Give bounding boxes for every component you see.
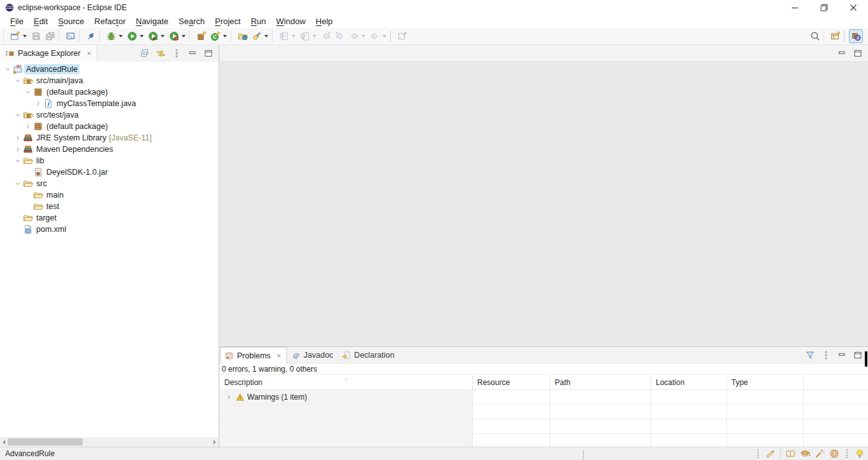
tree-item-test[interactable]: test — [0, 201, 219, 212]
close-icon[interactable] — [276, 353, 282, 359]
menu-window[interactable]: Window — [271, 15, 311, 27]
warnings-group-cell[interactable]: Warnings (1 item) — [220, 390, 473, 404]
user-guide-book-icon[interactable] — [785, 449, 796, 459]
open-perspective-button[interactable] — [829, 29, 843, 43]
web-globe-icon[interactable] — [829, 449, 839, 459]
chevron-down-icon[interactable] — [13, 76, 23, 86]
dropdown-arrow[interactable] — [313, 35, 316, 37]
scrollbar-thumb[interactable] — [8, 438, 83, 445]
tree-item-default-package-main[interactable]: (default package) — [0, 86, 219, 98]
tree-item-target[interactable]: target — [0, 212, 219, 224]
view-menu-icon[interactable] — [170, 47, 183, 60]
dropdown-arrow[interactable] — [292, 35, 295, 37]
tab-declaration[interactable]: Declaration — [337, 347, 398, 363]
scroll-right-icon[interactable] — [210, 437, 219, 447]
tab-package-explorer[interactable]: Package Explorer — [0, 45, 97, 62]
debug-button[interactable] — [104, 29, 118, 43]
horizontal-scrollbar[interactable] — [0, 437, 219, 447]
maximize-view-button[interactable] — [202, 47, 215, 60]
empty-editor-canvas[interactable] — [220, 62, 868, 346]
menu-run[interactable]: Run — [246, 15, 271, 27]
chevron-down-icon[interactable] — [13, 179, 23, 189]
training-cap-icon[interactable] — [800, 449, 810, 459]
close-icon[interactable] — [86, 50, 92, 57]
previous-annotation-button[interactable] — [298, 29, 312, 43]
chevron-right-icon[interactable] — [33, 98, 43, 109]
dropdown-arrow[interactable] — [182, 35, 186, 37]
dropdown-arrow[interactable] — [119, 35, 123, 37]
table-row-warnings-group[interactable]: Warnings (1 item) — [220, 390, 868, 405]
chevron-right-icon[interactable] — [13, 144, 23, 154]
column-header-resource[interactable]: Resource — [473, 375, 550, 389]
dropdown-arrow[interactable] — [362, 35, 365, 37]
new-java-package-button[interactable] — [194, 29, 208, 43]
tab-problems[interactable]: Problems — [220, 347, 287, 363]
dropdown-arrow[interactable] — [264, 35, 268, 37]
view-menu-icon[interactable] — [820, 349, 832, 362]
back-button[interactable] — [347, 29, 361, 43]
menu-search[interactable]: Search — [173, 15, 210, 27]
chevron-down-icon[interactable] — [13, 156, 23, 166]
column-header-path[interactable]: Path — [550, 375, 651, 389]
minimize-view-button[interactable] — [186, 47, 199, 60]
tip-lightbulb-icon[interactable] — [855, 449, 865, 459]
search-icon[interactable] — [808, 29, 822, 43]
chevron-down-icon[interactable] — [23, 87, 33, 97]
minimize-view-button[interactable] — [836, 349, 848, 362]
new-wizard-button[interactable] — [8, 29, 22, 43]
signature-icon[interactable] — [766, 449, 776, 459]
pin-toggle-button[interactable] — [84, 29, 98, 43]
maximize-view-button[interactable] — [851, 47, 864, 60]
column-header-type[interactable]: Type — [727, 375, 804, 389]
menu-navigate[interactable]: Navigate — [131, 15, 173, 27]
tree-item-lib[interactable]: lib — [0, 155, 219, 166]
coverage-button[interactable] — [146, 29, 160, 43]
forward-button[interactable] — [368, 29, 382, 43]
statusbar-grip[interactable] — [583, 450, 584, 459]
open-console-button[interactable] — [64, 29, 78, 43]
menu-file[interactable]: File — [5, 15, 29, 27]
chevron-down-icon[interactable] — [3, 64, 13, 74]
tree-item-maven-dependencies[interactable]: Maven Dependencies — [0, 144, 219, 155]
dropdown-arrow[interactable] — [23, 35, 27, 37]
next-annotation-button[interactable] — [277, 29, 291, 43]
dropdown-arrow[interactable] — [383, 35, 386, 37]
open-type-button[interactable] — [236, 29, 250, 43]
menu-source[interactable]: Source — [53, 15, 89, 27]
tree-item-src-test-java[interactable]: src/test/java — [0, 109, 219, 121]
dropdown-arrow[interactable] — [140, 35, 144, 37]
dropdown-arrow[interactable] — [161, 35, 165, 37]
magic-wand-icon[interactable] — [815, 449, 825, 459]
maximize-view-button[interactable] — [851, 349, 864, 362]
menu-edit[interactable]: Edit — [29, 15, 53, 27]
statusbar-grip[interactable] — [757, 449, 759, 458]
tab-javadoc[interactable]: Javadoc — [287, 347, 338, 363]
menu-help[interactable]: Help — [311, 15, 338, 27]
chevron-right-icon[interactable] — [23, 121, 33, 132]
tree-item-pom-xml[interactable]: pom.xml — [0, 224, 219, 235]
tree-item-src[interactable]: src — [0, 178, 219, 189]
tree-item-default-package-test[interactable]: (default package) — [0, 121, 219, 132]
tree-item-main[interactable]: main — [0, 189, 219, 201]
window-restore-button[interactable] — [810, 0, 839, 15]
last-edit-location-button[interactable] — [319, 29, 333, 43]
save-all-button[interactable] — [43, 29, 57, 43]
tree-item-deyelsdk-jar[interactable]: DeyelSDK-1.0.jar — [0, 166, 219, 178]
chevron-right-icon[interactable] — [13, 133, 23, 143]
collapse-all-button[interactable] — [139, 47, 151, 60]
chevron-down-icon[interactable] — [13, 110, 23, 120]
menu-refactor[interactable]: Refactor — [90, 15, 131, 27]
pin-editor-button[interactable] — [395, 29, 409, 43]
tree-item-advancedrule[interactable]: AdvancedRule — [0, 64, 219, 75]
new-java-class-button[interactable] — [208, 29, 222, 43]
tree-item-src-main-java[interactable]: src/main/java — [0, 75, 219, 86]
chevron-right-icon[interactable] — [224, 393, 233, 401]
search-dialog-button[interactable] — [250, 29, 264, 43]
link-with-editor-button[interactable] — [154, 47, 167, 60]
statusbar-grip[interactable] — [846, 449, 848, 458]
window-minimize-button[interactable] — [780, 0, 810, 15]
profile-button[interactable] — [167, 29, 181, 43]
window-close-button[interactable] — [839, 0, 868, 15]
dropdown-arrow[interactable] — [223, 35, 227, 37]
tree-item-myclasstemplate-java[interactable]: myClassTemplate.java — [0, 98, 219, 109]
